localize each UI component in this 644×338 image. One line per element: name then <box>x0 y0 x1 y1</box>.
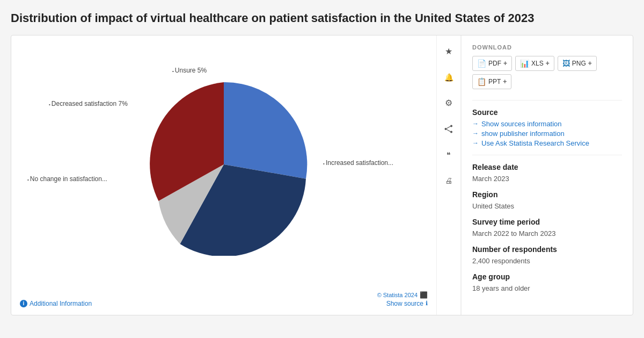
gear-icon[interactable]: ⚙ <box>441 96 456 111</box>
region-value: United States <box>472 202 622 210</box>
xls-button[interactable]: 📊 XLS + <box>515 56 554 71</box>
download-label: DOWNLOAD <box>472 44 622 51</box>
label-unsure: •Unsure 5% <box>172 67 207 74</box>
divider-2 <box>472 155 622 155</box>
age-group-title: Age group <box>472 272 622 281</box>
download-section: DOWNLOAD 📄 PDF + 📊 XLS + 🖼 PNG + <box>472 44 622 89</box>
age-group-value: 18 years and older <box>472 284 622 292</box>
page-title: Distribution of impact of virtual health… <box>11 11 633 26</box>
ask-statista-link[interactable]: → Use Ask Statista Research Service <box>472 139 622 147</box>
copyright-text: © Statista 2024 ⬛ <box>377 291 428 299</box>
pie-container: •Unsure 5% •Decreased satisfaction 7% •N… <box>22 52 426 277</box>
svg-point-0 <box>450 125 452 127</box>
survey-period-section: Survey time period March 2022 to March 2… <box>472 218 622 238</box>
ppt-icon: 📋 <box>477 77 486 86</box>
ppt-button[interactable]: 📋 PPT + <box>472 74 511 89</box>
download-buttons: 📄 PDF + 📊 XLS + 🖼 PNG + 📋 PPT + <box>472 56 622 89</box>
png-icon: 🖼 <box>562 59 570 68</box>
label-increased: •Increased satisfaction... <box>323 159 393 167</box>
share-icon[interactable] <box>441 121 456 136</box>
release-date-title: Release date <box>472 163 622 171</box>
label-decreased: •Decreased satisfaction 7% <box>49 100 128 107</box>
svg-line-4 <box>447 130 450 132</box>
survey-period-title: Survey time period <box>472 218 622 226</box>
release-date-section: Release date March 2023 <box>472 163 622 183</box>
show-sources-link[interactable]: → Show sources information <box>472 120 622 128</box>
arrow-icon-3: → <box>472 139 479 147</box>
quote-icon[interactable]: ❝ <box>441 147 456 162</box>
respondents-section: Number of respondents 2,400 respondents <box>472 245 622 265</box>
png-button[interactable]: 🖼 PNG + <box>558 56 597 71</box>
star-icon[interactable]: ★ <box>441 44 456 59</box>
svg-line-3 <box>447 126 450 128</box>
region-title: Region <box>472 190 622 199</box>
info-panel: DOWNLOAD 📄 PDF + 📊 XLS + 🖼 PNG + <box>461 35 633 315</box>
source-section: Source → Show sources information → show… <box>472 108 622 147</box>
additional-info-button[interactable]: i Additional Information <box>20 300 92 307</box>
main-card: •Unsure 5% •Decreased satisfaction 7% •N… <box>11 35 633 315</box>
pdf-button[interactable]: 📄 PDF + <box>472 56 512 71</box>
svg-point-2 <box>445 128 447 130</box>
chart-area: •Unsure 5% •Decreased satisfaction 7% •N… <box>11 35 436 315</box>
region-section: Region United States <box>472 190 622 210</box>
arrow-icon-2: → <box>472 130 479 137</box>
chart-footer: © Statista 2024 ⬛ Show source ℹ <box>377 291 428 307</box>
pdf-icon: 📄 <box>477 59 486 68</box>
print-icon[interactable]: 🖨 <box>441 173 456 188</box>
svg-point-1 <box>450 131 452 133</box>
survey-period-value: March 2022 to March 2023 <box>472 229 622 238</box>
divider-1 <box>472 100 622 100</box>
show-publisher-link[interactable]: → show publisher information <box>472 130 622 138</box>
icon-bar: ★ 🔔 ⚙ ❝ 🖨 <box>436 35 461 315</box>
respondents-title: Number of respondents <box>472 245 622 254</box>
show-source-button[interactable]: Show source ℹ <box>377 300 428 307</box>
xls-icon: 📊 <box>520 59 529 68</box>
arrow-icon-1: → <box>472 120 479 127</box>
age-group-section: Age group 18 years and older <box>472 272 622 292</box>
label-nochange: •No change in satisfaction... <box>27 175 107 183</box>
source-title: Source <box>472 108 622 117</box>
respondents-value: 2,400 respondents <box>472 257 622 265</box>
release-date-value: March 2023 <box>472 175 622 183</box>
bell-icon[interactable]: 🔔 <box>441 70 456 85</box>
pie-chart <box>133 73 315 256</box>
